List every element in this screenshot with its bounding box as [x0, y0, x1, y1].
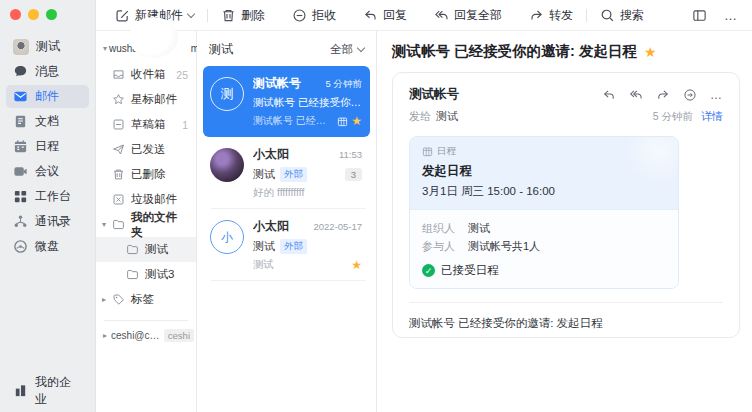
star-outline-icon — [112, 93, 125, 106]
app-sidebar: 测试 消息 邮件 文档 日程 会议 — [0, 0, 96, 412]
folder-starred[interactable]: 星标邮件 — [96, 87, 196, 112]
inbox-icon — [112, 68, 125, 81]
reply-icon[interactable] — [602, 88, 616, 102]
chat-bubble-icon — [13, 64, 28, 79]
sidebar-item-workbench[interactable]: 工作台 — [6, 185, 89, 208]
folder-icon — [126, 243, 139, 256]
email-preview: 好的 ffffffffff — [253, 186, 362, 200]
star-icon: ★ — [351, 115, 362, 127]
divider — [211, 280, 366, 281]
folder-icon — [126, 268, 139, 281]
calendar-attachment-icon — [337, 116, 348, 127]
email-sender: 测试帐号 — [253, 75, 322, 92]
folder-my-folders[interactable]: ▾ 我的文件夹 — [96, 212, 196, 237]
forward-button[interactable]: 转发 — [529, 7, 573, 24]
org-chart-icon — [13, 214, 28, 229]
email-list-item[interactable]: 小太阳 11:53 测试 外部 3 好的 ffffffffff — [203, 137, 370, 209]
secondary-account[interactable]: ▸ ceshi@ces66... ceshi — [96, 327, 196, 342]
reply-button[interactable]: 回复 — [363, 7, 407, 24]
layout-panel-icon[interactable] — [692, 8, 707, 23]
minimize-window-button[interactable] — [28, 9, 39, 20]
sidebar-item-drive[interactable]: 微盘 — [6, 235, 89, 258]
email-list-item[interactable]: 小 小太阳 2022-05-17 测试 外部 测试 ★ — [203, 209, 370, 281]
list-folder-title: 测试 — [209, 41, 233, 58]
thread-count-badge: 3 — [345, 168, 362, 181]
sidebar-item-profile[interactable]: 测试 — [6, 35, 89, 58]
mail-list-pane: 测试 全部 测 测试帐号 5 分钟前 测试帐号 已经接受你的邀请: 发... 测… — [197, 31, 377, 412]
folder-test[interactable]: 测试 — [96, 237, 196, 262]
trash-icon — [221, 8, 236, 23]
search-icon — [600, 8, 615, 23]
email-tag: 测试 — [253, 239, 275, 254]
paper-plane-icon — [112, 143, 125, 156]
calendar-icon — [422, 146, 433, 157]
sidebar-item-mail[interactable]: 邮件 — [6, 85, 89, 108]
maximize-window-button[interactable] — [46, 9, 57, 20]
close-window-button[interactable] — [10, 9, 21, 20]
delete-button[interactable]: 删除 — [221, 7, 265, 24]
sidebar-item-contacts[interactable]: 通讯录 — [6, 210, 89, 233]
recall-icon[interactable] — [683, 88, 697, 102]
to-label: 发给 — [409, 109, 431, 124]
secondary-account-address: ceshi@ces66... — [111, 330, 160, 341]
participants-value: 测试帐号共1人 — [468, 239, 540, 254]
toolbar-divider — [586, 9, 587, 22]
email-title: 测试帐号 已经接受你的邀请: 发起日程 — [392, 42, 637, 61]
folder-junk[interactable]: 垃圾邮件 — [96, 187, 196, 212]
mail-toolbar: 新建邮件 删除 拒收 回复 回复全部 转发 搜索 — [96, 0, 752, 31]
to-recipient[interactable]: 测试 — [436, 109, 458, 124]
email-card: 测试帐号 … 发给 测试 5 分钟前 详情 — [392, 72, 740, 338]
chevron-down-icon — [187, 9, 195, 17]
folder-tags[interactable]: ▸ 标签 — [96, 287, 196, 312]
avatar — [210, 148, 244, 182]
event-title: 发起日程 — [422, 163, 666, 180]
forward-icon[interactable] — [656, 88, 670, 102]
star-icon[interactable]: ★ — [644, 45, 657, 59]
email-preview: 测试 — [253, 258, 351, 272]
reply-all-icon[interactable] — [629, 88, 643, 102]
folder-drafts[interactable]: 草稿箱 1 — [96, 112, 196, 137]
expand-triangle-icon: ▸ — [102, 296, 106, 304]
email-preview: 测试帐号 已经接受你的邀请 — [253, 114, 334, 128]
toolbar-divider — [207, 9, 208, 22]
participants-label: 参与人 — [422, 239, 468, 254]
reply-all-button[interactable]: 回复全部 — [434, 7, 502, 24]
details-link[interactable]: 详情 — [701, 109, 723, 124]
email-time: 11:53 — [339, 149, 362, 160]
folder-sent[interactable]: 已发送 — [96, 137, 196, 162]
event-type-label: 日程 — [437, 145, 456, 158]
grid-icon — [13, 189, 28, 204]
divider — [104, 320, 188, 321]
sidebar-item-messages[interactable]: 消息 — [6, 60, 89, 83]
star-icon: ★ — [351, 259, 362, 271]
email-time: 5 分钟前 — [326, 78, 362, 91]
calendar-event-card[interactable]: 日程 发起日程 3月1日 周三 15:00 - 16:00 组织人 测试 参与人… — [409, 136, 679, 289]
block-icon — [292, 8, 307, 23]
folder-deleted[interactable]: 已删除 — [96, 162, 196, 187]
reading-pane: 测试帐号 已经接受你的邀请: 发起日程 ★ 测试帐号 … 发给 测试 5 分钟前… — [378, 31, 752, 412]
folder-test3[interactable]: 测试3 — [96, 262, 196, 287]
reject-button[interactable]: 拒收 — [292, 7, 336, 24]
filter-dropdown[interactable]: 全部 — [330, 42, 364, 57]
accepted-check-icon: ✓ — [422, 264, 435, 277]
forward-icon — [529, 8, 544, 23]
sidebar-item-calendar[interactable]: 日程 — [6, 135, 89, 158]
organizer-label: 组织人 — [422, 221, 468, 236]
email-list-item-selected[interactable]: 测 测试帐号 5 分钟前 测试帐号 已经接受你的邀请: 发... 测试帐号 已经… — [203, 66, 370, 137]
draft-icon — [112, 118, 125, 131]
sidebar-item-docs[interactable]: 文档 — [6, 110, 89, 133]
compose-icon — [115, 8, 130, 23]
folder-icon — [112, 218, 125, 231]
collapse-triangle-icon: ▾ — [103, 45, 107, 53]
folder-inbox[interactable]: 收件箱 25 — [96, 62, 196, 87]
sidebar-item-my-company[interactable]: 我的企业 — [6, 379, 89, 402]
more-options-icon[interactable]: … — [724, 8, 738, 23]
draft-count: 1 — [182, 119, 188, 131]
organizer-value: 测试 — [468, 221, 490, 236]
sidebar-item-meeting[interactable]: 会议 — [6, 160, 89, 183]
email-timestamp: 5 分钟前 — [653, 110, 693, 124]
disk-icon — [13, 239, 28, 254]
search-button[interactable]: 搜索 — [600, 7, 644, 24]
more-actions-icon[interactable]: … — [710, 88, 723, 102]
document-icon — [13, 114, 28, 129]
